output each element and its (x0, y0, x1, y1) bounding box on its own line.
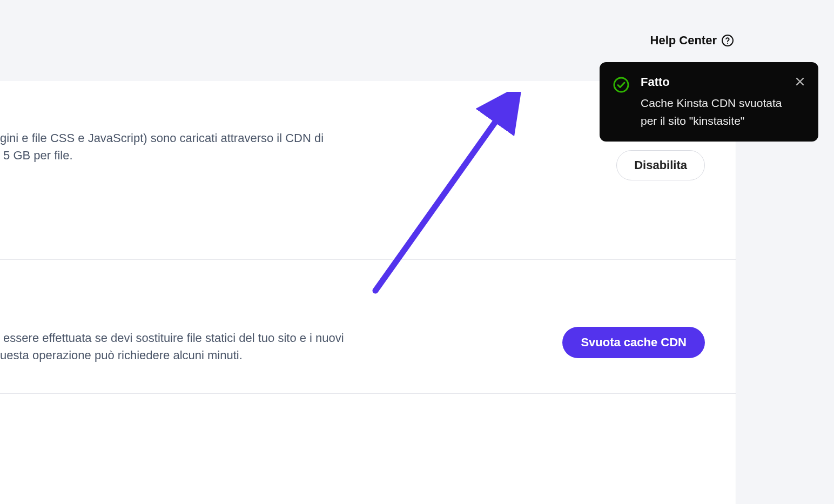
success-toast: Fatto Cache Kinsta CDN svuotata per il s… (600, 62, 818, 142)
clear-cache-line1: essere effettuata se devi sostituire fil… (0, 330, 344, 347)
toast-title: Fatto (641, 75, 784, 89)
section-divider (0, 259, 736, 260)
svg-point-3 (614, 78, 628, 92)
help-center-link[interactable]: Help Center (650, 33, 734, 48)
cdn-description-line1: gini e file CSS e JavaScript) sono caric… (0, 130, 324, 147)
section-divider-2 (0, 393, 736, 394)
cdn-description-line2: 5 GB per file. (0, 147, 324, 164)
toast-message: Cache Kinsta CDN svuotata per il sito "k… (641, 95, 784, 130)
clear-cache-description-section: essere effettuata se devi sostituire fil… (0, 330, 344, 364)
disable-button[interactable]: Disabilita (616, 150, 705, 180)
content-panel: gini e file CSS e JavaScript) sono caric… (0, 81, 736, 504)
help-center-label: Help Center (650, 33, 717, 48)
close-icon[interactable] (795, 76, 805, 89)
cdn-description-section: gini e file CSS e JavaScript) sono caric… (0, 130, 324, 164)
toast-body: Fatto Cache Kinsta CDN svuotata per il s… (641, 75, 784, 130)
success-check-icon (613, 76, 630, 96)
help-icon (721, 34, 734, 47)
clear-cache-line2: uesta operazione può richiedere alcuni m… (0, 347, 344, 364)
clear-cdn-cache-button[interactable]: Svuota cache CDN (562, 327, 705, 358)
right-background-strip (736, 81, 834, 504)
svg-point-1 (727, 43, 728, 44)
